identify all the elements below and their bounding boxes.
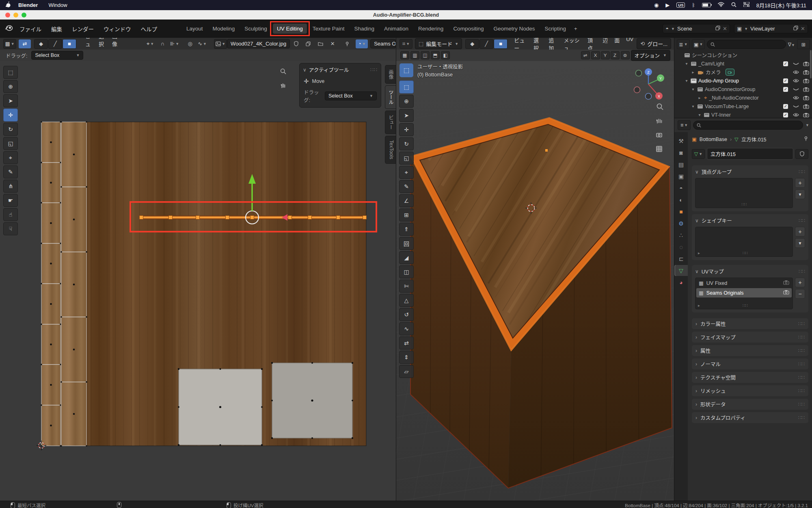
pin-id-button[interactable] — [803, 136, 808, 142]
spotlight-search-icon[interactable] — [731, 2, 736, 9]
add-shape-key-button[interactable]: + — [795, 227, 805, 237]
control-center-icon[interactable] — [743, 2, 749, 8]
viewport-tool-transform[interactable]: ⌖ — [399, 166, 414, 179]
camera-toggle[interactable] — [802, 70, 810, 75]
collapse-icon[interactable]: ▾ — [691, 104, 695, 109]
outliner-funnel-filter[interactable]: ∇▼ — [788, 41, 795, 48]
collapse-icon[interactable]: ▾ — [684, 78, 689, 83]
workspace-tab-animation[interactable]: Animation — [380, 24, 412, 34]
proportional-falloff-dropdown[interactable]: ∿▼ — [196, 39, 208, 48]
eye-toggle[interactable] — [792, 78, 800, 83]
uv-menu-2[interactable]: 画像 — [112, 38, 117, 50]
app-menu-2[interactable]: レンダー — [72, 25, 94, 33]
uv-pan-hand-icon[interactable] — [278, 80, 288, 90]
transform-orientation-dropdown[interactable]: ⟲ グロー... — [637, 38, 671, 49]
edge-mode-button[interactable]: ╱ — [479, 39, 493, 49]
uv-sidebar-tab-item[interactable]: ビュー — [385, 111, 396, 134]
viewport-tool-add-cube[interactable]: ⊞ — [399, 208, 414, 221]
shape-keys-list[interactable]: ▸∷∷ — [695, 227, 793, 257]
new-scene-button[interactable] — [715, 26, 720, 32]
viewport-menu-6[interactable]: 面 — [614, 38, 620, 50]
viewport-menu-1[interactable]: 選択 — [533, 38, 542, 50]
outliner-row-item[interactable]: シーンコレクション — [674, 51, 812, 59]
check-toggle[interactable]: ✓ — [782, 104, 790, 109]
viewport-tool-cursor[interactable]: ⊕ — [399, 95, 414, 108]
remove-uvmap-button[interactable]: − — [795, 289, 805, 299]
scene-selector[interactable]: ◓ ▼ Scene ✕ — [663, 24, 730, 33]
workspace-tab-scripting[interactable]: Scripting — [540, 24, 570, 34]
check-toggle[interactable]: ✓ — [782, 87, 790, 92]
uv-tool-select-box[interactable]: ⬚ — [3, 66, 18, 79]
section-item[interactable]: ›カスタムプロパティ∷∷ — [692, 412, 808, 423]
uv-tool-tweak[interactable]: ➤ — [3, 94, 18, 107]
toolsettings-toggle-5[interactable]: ◧ — [441, 51, 450, 59]
uv-select-vertex-button[interactable]: ◆ — [34, 39, 48, 49]
viewport-menu-0[interactable]: ビュー — [514, 38, 527, 50]
uvmap-row-seams-originals[interactable]: ▦ Seams Originals — [696, 288, 792, 297]
pin-image-button[interactable] — [341, 39, 353, 48]
collapse-icon[interactable]: ▾ — [691, 87, 695, 91]
properties-tab-material[interactable]: ◕ — [674, 277, 688, 288]
toolsettings-toggle-1[interactable]: ▦ — [400, 51, 409, 59]
uv-menu-1[interactable]: 選択 — [99, 38, 104, 50]
collapse-icon[interactable]: ∨ — [303, 67, 307, 73]
uv-tool-rip-region[interactable]: ⋔ — [3, 180, 18, 193]
pivot-point-dropdown[interactable]: ⌖▼ — [144, 39, 156, 48]
section-item[interactable]: ›カラー属性∷∷ — [692, 318, 808, 329]
viewport-tool-edge-slide[interactable]: ⇄ — [399, 336, 414, 350]
check-toggle[interactable]: ✓ — [782, 113, 790, 117]
unlink-scene-button[interactable]: ✕ — [723, 26, 727, 32]
face-mode-button[interactable]: ■ — [494, 39, 508, 49]
outliner-row-vt-inner[interactable]: ▾ VT-Inner✓ — [674, 111, 812, 118]
section-item[interactable]: ›テクスチャ空間∷∷ — [692, 372, 808, 383]
wifi-icon[interactable] — [718, 2, 724, 8]
new-viewlayer-button[interactable] — [793, 26, 798, 32]
uv-tool-transform[interactable]: ⌖ — [3, 151, 18, 164]
uv-tool-cursor[interactable]: ⊕ — [3, 80, 18, 93]
viewport-tool-bevel[interactable]: ◢ — [399, 251, 414, 264]
uv-zoom-icon[interactable] — [278, 66, 288, 76]
uv-tool-move[interactable]: ✛ — [3, 109, 18, 122]
section-item[interactable]: ›属性∷∷ — [692, 345, 808, 356]
expand-icon[interactable]: ▸ — [691, 70, 695, 74]
display-channels-dropdown[interactable]: ◔▼ — [356, 39, 368, 48]
section-item[interactable]: ›ノーマル∷∷ — [692, 358, 808, 369]
active-uvmap-selector[interactable]: Seams Originals — [370, 39, 396, 48]
vertex-groups-list[interactable]: ∷∷ — [695, 178, 793, 208]
record-icon[interactable]: ◉ — [654, 2, 659, 8]
camera-toggle[interactable] — [802, 87, 810, 92]
uv-tool-rotate[interactable]: ↻ — [3, 123, 18, 136]
mirror-z-toggle[interactable]: Z — [611, 51, 620, 59]
viewport-tool-extrude-region[interactable]: ⇑ — [399, 223, 414, 236]
viewport-tool-select-box[interactable]: ⬚ — [399, 80, 414, 93]
workspace-tab-layout[interactable]: Layout — [182, 24, 207, 34]
vertex-mode-button[interactable]: ◆ — [465, 39, 479, 49]
uv-sidebar-tab-item[interactable]: 画像 — [385, 65, 396, 84]
fake-user-shield-button[interactable] — [290, 39, 302, 48]
expand-icon[interactable]: ▸ — [698, 251, 700, 255]
uv-tool-annotate[interactable]: ✎ — [3, 165, 18, 178]
viewport-menu-7[interactable]: UV — [626, 38, 633, 50]
drag-mode-dropdown[interactable]: Select Box▼ — [31, 51, 83, 60]
viewport-tool-spin[interactable]: ↺ — [399, 308, 414, 321]
outliner-scrollbar[interactable] — [810, 50, 812, 78]
collapse-icon[interactable]: ∨ — [695, 218, 699, 224]
viewport-tool-loop-cut[interactable]: ◫ — [399, 265, 414, 278]
browse-image-dropdown[interactable]: ▼ — [214, 39, 227, 49]
properties-tab-view-layer[interactable]: ▣ — [674, 171, 688, 182]
collapse-icon[interactable]: ∨ — [695, 269, 699, 274]
outliner-row-audio-amp-group[interactable]: ▾ Audio-Amp Group✓ — [674, 76, 812, 85]
bluetooth-icon[interactable]: ᛒ — [692, 2, 695, 8]
properties-tab-output[interactable]: ▤ — [674, 159, 688, 170]
uv-sidebar-tab-textools[interactable]: TexTools — [385, 136, 396, 164]
uv-select-edge-button[interactable]: ╱ — [48, 39, 62, 49]
snap-settings-dropdown[interactable]: ⊪▼ — [168, 39, 181, 48]
play-icon[interactable]: ▶ — [665, 2, 669, 8]
snap-to-icon[interactable]: ⊜ — [621, 51, 630, 59]
viewport-tool-measure[interactable]: ∠ — [399, 194, 414, 207]
mirror-y-toggle[interactable]: Y — [601, 51, 610, 59]
viewport-tool-move[interactable]: ✛ — [399, 123, 414, 136]
macos-app-menu[interactable]: Blender — [18, 2, 38, 8]
uv-editor-canvas[interactable]: ⬚⊕➤✛↻◱⌖✎⋔☛☝☟ ∨ アクティブツール ∷∷ ✛ Move ドラッグ: … — [0, 61, 396, 501]
section-item[interactable]: ›リメッシュ∷∷ — [692, 385, 808, 396]
